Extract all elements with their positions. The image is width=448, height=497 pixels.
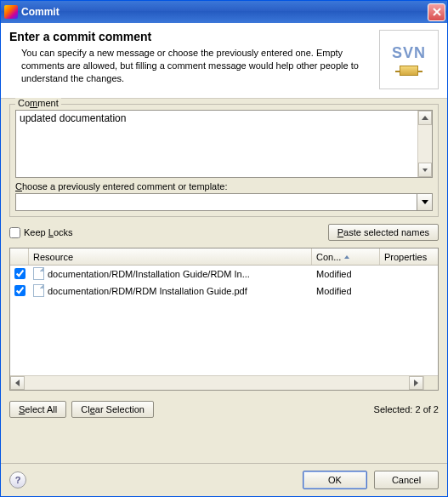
previous-comment-input[interactable]	[15, 193, 417, 211]
column-checkbox[interactable]	[10, 248, 29, 265]
row-checkbox-cell	[10, 266, 29, 281]
file-icon	[33, 267, 44, 280]
row-resource: documentation/RDM/Installation Guide/RDM…	[29, 266, 312, 282]
previous-comment-combo	[15, 193, 433, 211]
comment-fieldset: Comment updated documentation Choose a p…	[9, 104, 439, 217]
selection-buttons: Select All Clear Selection	[9, 401, 154, 418]
horizontal-scrollbar[interactable]	[10, 375, 438, 390]
chevron-right-icon	[414, 380, 418, 386]
header-text: Enter a commit comment You can specify a…	[9, 30, 372, 85]
close-icon	[433, 8, 441, 16]
row-content-status: Modified	[312, 267, 380, 281]
chevron-up-icon	[422, 116, 428, 120]
row-properties	[380, 272, 438, 276]
chevron-left-icon	[15, 380, 20, 386]
row-content-status: Modified	[312, 284, 380, 298]
titlebar[interactable]: Commit	[1, 1, 447, 23]
chevron-down-icon	[422, 169, 428, 172]
row-properties	[380, 289, 438, 293]
selection-status: Selected: 2 of 2	[374, 404, 439, 414]
sort-indicator-icon	[344, 255, 349, 259]
selection-row: Select All Clear Selection Selected: 2 o…	[9, 401, 439, 418]
footer-buttons: OK Cancel	[303, 471, 439, 489]
scroll-up-button[interactable]	[418, 111, 432, 125]
comment-legend: Comment	[15, 98, 61, 108]
file-icon	[33, 284, 44, 297]
column-content[interactable]: Con...	[312, 248, 380, 265]
combo-dropdown-button[interactable]	[417, 193, 433, 211]
svn-logo-text: SVN	[392, 44, 426, 62]
table-row[interactable]: documentation/RDM/Installation Guide/RDM…	[10, 266, 438, 283]
column-properties[interactable]: Properties	[380, 248, 438, 265]
app-icon	[4, 5, 18, 19]
keep-locks-input[interactable]	[9, 227, 20, 238]
row-checkbox[interactable]	[14, 268, 26, 279]
resources-table: Resource Con... Properties documentation…	[9, 248, 439, 391]
window-title: Commit	[21, 6, 428, 18]
comment-scrollbar[interactable]	[417, 111, 432, 177]
select-all-button[interactable]: Select All	[9, 401, 66, 418]
scroll-track[interactable]	[418, 125, 432, 163]
scroll-left-button[interactable]	[10, 376, 25, 390]
ok-button[interactable]: OK	[303, 471, 367, 489]
header: Enter a commit comment You can specify a…	[1, 23, 447, 98]
comment-textarea[interactable]: updated documentation	[16, 111, 417, 177]
paste-selected-names-button[interactable]: Paste selected names	[328, 224, 439, 241]
row-checkbox-cell	[10, 283, 29, 298]
previous-comment-label: Choose a previously entered comment or t…	[15, 181, 433, 191]
commit-dialog: Commit Enter a commit comment You can sp…	[0, 0, 448, 497]
row-checkbox[interactable]	[14, 285, 26, 296]
table-header: Resource Con... Properties	[10, 248, 438, 266]
keep-locks-checkbox[interactable]: Keep Locks	[9, 227, 73, 238]
scroll-track-h[interactable]	[25, 376, 409, 390]
scroll-corner	[423, 376, 438, 390]
cancel-button[interactable]: Cancel	[374, 471, 439, 489]
scroll-right-button[interactable]	[409, 376, 423, 390]
table-row[interactable]: documentation/RDM/RDM Installation Guide…	[10, 283, 438, 300]
svn-logo-icon	[400, 66, 418, 76]
header-title: Enter a commit comment	[9, 30, 372, 43]
chevron-down-icon	[422, 200, 428, 204]
comment-textarea-wrap: updated documentation	[15, 110, 433, 178]
content-area: Comment updated documentation Choose a p…	[1, 98, 447, 463]
clear-selection-button[interactable]: Clear Selection	[71, 401, 154, 418]
table-body: documentation/RDM/Installation Guide/RDM…	[10, 266, 438, 375]
footer: ? OK Cancel	[1, 463, 447, 496]
column-resource[interactable]: Resource	[29, 248, 312, 265]
help-icon: ?	[15, 475, 21, 485]
header-description: You can specify a new message or choose …	[9, 47, 372, 85]
options-row: Keep Locks Paste selected names	[9, 224, 439, 241]
keep-locks-label: Keep Locks	[24, 227, 73, 237]
close-button[interactable]	[428, 3, 445, 21]
row-resource: documentation/RDM/RDM Installation Guide…	[29, 283, 312, 299]
svn-logo: SVN	[379, 30, 439, 89]
scroll-down-button[interactable]	[418, 163, 432, 177]
help-button[interactable]: ?	[9, 471, 26, 488]
